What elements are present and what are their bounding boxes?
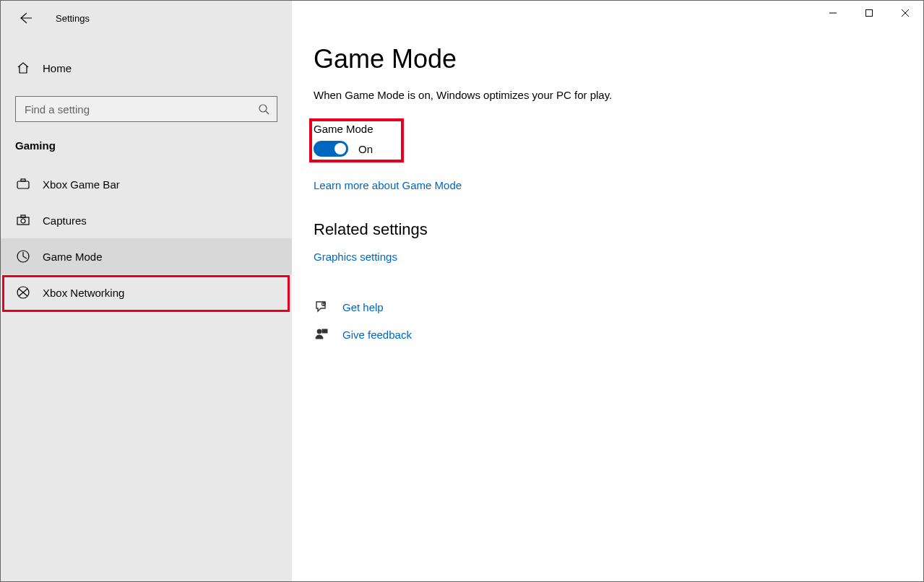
sidebar-item-xbox-game-bar[interactable]: Xbox Game Bar — [1, 166, 292, 202]
svg-rect-5 — [21, 215, 25, 217]
sidebar-item-label: Xbox Networking — [43, 287, 124, 299]
related-settings-title: Related settings — [314, 220, 902, 239]
game-mode-toggle[interactable] — [314, 141, 348, 157]
svg-text:?: ? — [323, 302, 325, 306]
settings-window: Settings Home Gaming — [0, 0, 924, 582]
xbox-icon — [15, 285, 31, 300]
minimize-button[interactable] — [815, 1, 851, 25]
sidebar-nav: Xbox Game Bar Captures — [1, 166, 292, 310]
gamemode-icon — [15, 248, 31, 264]
help-icon: ? — [314, 299, 329, 315]
sidebar-item-label: Captures — [43, 214, 87, 227]
main-pane: Game Mode When Game Mode is on, Windows … — [292, 1, 923, 581]
maximize-button[interactable] — [851, 1, 887, 25]
page-title: Game Mode — [314, 44, 902, 74]
window-title: Settings — [56, 13, 90, 24]
sidebar-item-label: Xbox Game Bar — [43, 178, 120, 191]
sidebar-category: Gaming — [15, 139, 277, 152]
sidebar: Settings Home Gaming — [1, 1, 292, 581]
sidebar-top: Settings — [1, 1, 292, 35]
sidebar-item-label: Game Mode — [43, 251, 103, 263]
search-input[interactable] — [23, 103, 258, 116]
svg-line-1 — [266, 111, 269, 114]
sidebar-item-captures[interactable]: Captures — [1, 202, 292, 238]
get-help-row[interactable]: ? Get help — [314, 299, 902, 315]
captures-icon — [15, 212, 31, 228]
back-arrow-icon[interactable] — [18, 11, 33, 25]
search-box[interactable] — [15, 96, 277, 122]
search-wrap — [15, 96, 277, 122]
svg-point-15 — [317, 329, 321, 334]
gamebar-icon — [15, 176, 31, 192]
sidebar-home[interactable]: Home — [1, 50, 292, 86]
toggle-knob — [334, 143, 346, 155]
content: Game Mode When Game Mode is on, Windows … — [292, 1, 923, 342]
feedback-icon — [314, 326, 329, 342]
graphics-settings-link[interactable]: Graphics settings — [314, 251, 397, 263]
home-icon — [15, 60, 31, 76]
page-description: When Game Mode is on, Windows optimizes … — [314, 89, 902, 101]
get-help-link[interactable]: Get help — [342, 301, 384, 313]
give-feedback-row[interactable]: Give feedback — [314, 326, 902, 342]
svg-rect-2 — [17, 181, 29, 188]
give-feedback-link[interactable]: Give feedback — [342, 329, 412, 341]
game-mode-toggle-block: Game Mode On — [314, 123, 374, 157]
learn-more-link[interactable]: Learn more about Game Mode — [314, 179, 462, 191]
svg-rect-10 — [866, 10, 873, 17]
sidebar-item-xbox-networking[interactable]: Xbox Networking — [1, 274, 292, 310]
toggle-label: Game Mode — [314, 123, 374, 135]
toggle-state: On — [358, 143, 373, 155]
svg-rect-16 — [322, 329, 327, 333]
window-controls — [815, 1, 923, 25]
svg-point-0 — [259, 105, 267, 112]
sidebar-item-game-mode[interactable]: Game Mode — [1, 238, 292, 274]
close-button[interactable] — [887, 1, 923, 25]
svg-point-6 — [21, 219, 25, 223]
search-icon — [258, 103, 269, 115]
svg-rect-3 — [21, 179, 25, 181]
sidebar-home-label: Home — [43, 62, 72, 74]
